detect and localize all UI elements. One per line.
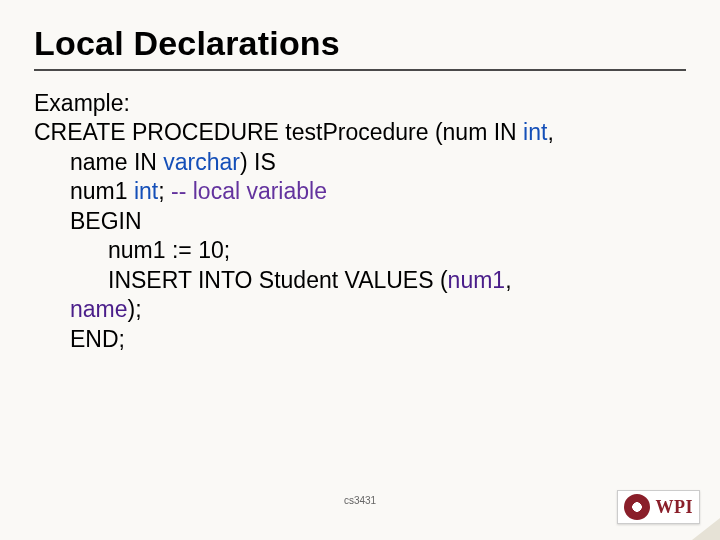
line-insert: INSERT INTO Student VALUES (num1, xyxy=(34,266,686,295)
line-create: CREATE PROCEDURE testProcedure (num IN i… xyxy=(34,118,686,147)
text: CREATE PROCEDURE testProcedure (num IN xyxy=(34,119,523,145)
line-insert-cont: name); xyxy=(34,295,686,324)
wpi-text: WPI xyxy=(656,497,694,518)
slide-body: Example: CREATE PROCEDURE testProcedure … xyxy=(34,89,686,354)
line-end: END; xyxy=(34,325,686,354)
text: ; xyxy=(158,178,171,204)
var-name: name xyxy=(70,296,128,322)
text: num1 xyxy=(70,178,134,204)
text: ) IS xyxy=(240,149,276,175)
slide: Local Declarations Example: CREATE PROCE… xyxy=(0,0,720,540)
line-name-param: name IN varchar) IS xyxy=(34,148,686,177)
type-int-local: int xyxy=(134,178,158,204)
page-corner-fold-icon xyxy=(692,518,720,540)
line-assign: num1 := 10; xyxy=(34,236,686,265)
wpi-seal-icon xyxy=(624,494,650,520)
var-num1: num1 xyxy=(448,267,506,293)
type-varchar: varchar xyxy=(163,149,240,175)
title-rule xyxy=(34,69,686,71)
footer-label: cs3431 xyxy=(0,495,720,506)
comment-local: -- local variable xyxy=(171,178,327,204)
slide-title: Local Declarations xyxy=(34,24,686,63)
text: , xyxy=(505,267,511,293)
text: name IN xyxy=(70,149,163,175)
wpi-logo: WPI xyxy=(617,490,701,524)
line-local-decl: num1 int; -- local variable xyxy=(34,177,686,206)
text: ); xyxy=(128,296,142,322)
type-int: int xyxy=(523,119,547,145)
line-begin: BEGIN xyxy=(34,207,686,236)
line-example: Example: xyxy=(34,89,686,118)
text: , xyxy=(547,119,553,145)
text: INSERT INTO Student VALUES ( xyxy=(108,267,448,293)
